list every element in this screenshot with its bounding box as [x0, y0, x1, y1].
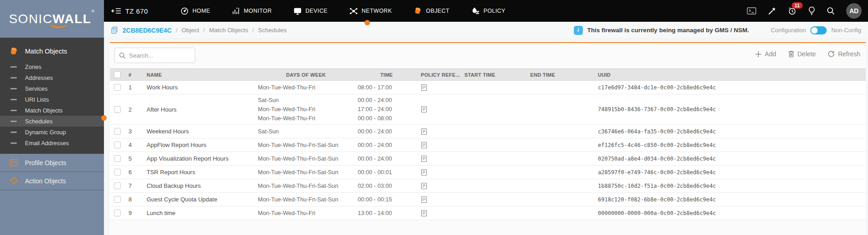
breadcrumb-segment-schedules[interactable]: Schedules [258, 27, 286, 34]
table-row[interactable]: 5 App Visualization Report Hours Mon-Tue… [110, 152, 866, 166]
column-header-end-time[interactable]: END TIME [527, 72, 592, 78]
notification-badge: 11 [792, 2, 803, 9]
user-avatar[interactable]: AD [846, 3, 862, 19]
schedule-uuid: 1b88750c-10d2-f51a-0c00-2cb8ed6c9e4c [592, 183, 866, 189]
schedule-time: 00:00 - 24:00 [354, 154, 415, 163]
delete-button[interactable]: Delete [788, 50, 816, 58]
schedule-days: Mon-Tue-Wed-Thu-Fri-Sat-Sun [254, 181, 354, 191]
policy-reference-icon[interactable] [421, 106, 427, 113]
nav-home[interactable]: HOME [181, 7, 210, 15]
nav-device[interactable]: DEVICE [294, 7, 328, 15]
column-header-name[interactable]: NAME [143, 72, 254, 78]
column-header-start-time[interactable]: START TIME [461, 72, 527, 78]
schedule-name: App Visualization Report Hours [143, 155, 254, 162]
table-row[interactable]: 2 After Hours Sat-SunMon-Tue-Wed-Thu-Fri… [110, 94, 866, 125]
schedule-uuid: 020750ad-a8e4-d034-0c00-2cb8ed6c9e4c [592, 156, 866, 162]
nav-policy[interactable]: POLICY [471, 7, 505, 15]
breadcrumb-separator: / [203, 27, 205, 34]
row-number: 4 [126, 142, 143, 148]
profile-card-icon [10, 159, 18, 166]
schedule-time: 00:00 - 24:00 [354, 141, 415, 150]
schedule-days: Mon-Tue-Wed-Thu-Fri-Sat-Sun [254, 141, 354, 150]
policy-reference-icon[interactable] [421, 155, 427, 162]
row-checkbox[interactable] [114, 128, 121, 135]
sidebar-item-uri-lists[interactable]: URI Lists [0, 94, 104, 105]
policy-reference-icon[interactable] [421, 196, 427, 203]
row-checkbox[interactable] [114, 196, 121, 203]
row-checkbox[interactable] [114, 84, 121, 91]
nav-object[interactable]: OBJECT [414, 7, 449, 15]
chart-bars-icon [232, 7, 240, 15]
configuration-mode-label: Configuration [771, 27, 806, 34]
add-button[interactable]: Add [755, 50, 776, 58]
sidebar-item-services[interactable]: Services [0, 83, 104, 94]
nav-monitor[interactable]: MONITOR [232, 7, 272, 15]
policy-reference-icon[interactable] [421, 210, 427, 217]
device-model-label[interactable]: TZ 670 [125, 7, 148, 15]
sidebar-item-zones[interactable]: Zones [0, 61, 104, 72]
sidebar-section-profile-objects[interactable]: Profile Objects [0, 154, 104, 172]
table-header: # NAME DAYS OF WEEK TIME POLICY REFE... … [110, 69, 866, 81]
wizard-button[interactable] [768, 7, 776, 15]
sidebar-item-addresses[interactable]: Addresses [0, 72, 104, 83]
schedule-uuid: a28597f0-e749-746c-0c00-2cb8ed6c9e4c [592, 169, 866, 176]
monitor-icon [294, 7, 301, 15]
banner-message: This firewall is currently being managed… [587, 27, 749, 34]
row-checkbox[interactable] [114, 169, 121, 176]
schedule-time: 00:00 - 24:0017:00 - 24:0000:00 - 08:00 [354, 96, 415, 123]
schedule-time: 02:00 - 03:00 [354, 181, 415, 191]
sidebar-item-match-objects[interactable]: Match Objects [0, 105, 104, 116]
breadcrumb-device[interactable]: 2CB8ED6C9E4C [123, 27, 172, 34]
tips-button[interactable] [808, 6, 815, 15]
column-header-policy-ref[interactable]: POLICY REFE... [415, 72, 461, 78]
row-number: 8 [126, 196, 143, 203]
policy-reference-icon[interactable] [421, 169, 427, 176]
schedule-uuid: c36746e6-064a-fa35-0c00-2cb8ed6c9e4c [592, 128, 866, 135]
nav-label: MONITOR [244, 8, 272, 14]
collapse-nav-button[interactable]: TZ 670 [111, 7, 148, 15]
policy-reference-icon[interactable] [421, 142, 427, 149]
row-checkbox[interactable] [114, 106, 121, 113]
schedule-name: Cloud Backup Hours [143, 182, 254, 189]
column-header-days[interactable]: DAYS OF WEEK [254, 72, 354, 78]
policy-reference-icon[interactable] [421, 182, 427, 190]
sidebar-item-email-addresses[interactable]: Email Addresses [0, 137, 104, 148]
nav-label: OBJECT [426, 8, 449, 14]
policy-reference-icon[interactable] [421, 128, 427, 135]
search-icon [827, 7, 835, 15]
notifications-button[interactable]: 11 [788, 6, 797, 15]
dash-icon [10, 77, 17, 78]
row-checkbox[interactable] [114, 155, 121, 162]
sidebar-item-label: Schedules [25, 118, 53, 125]
policy-reference-icon[interactable] [421, 84, 427, 91]
search-box[interactable] [114, 48, 195, 63]
sidebar-item-schedules[interactable]: Schedules [0, 116, 104, 127]
logo-area: SONICWALL® [0, 0, 104, 38]
breadcrumb-segment-match-objects[interactable]: Match Objects [209, 27, 248, 34]
table-row[interactable]: 6 TSR Report Hours Mon-Tue-Wed-Thu-Fri-S… [110, 166, 866, 179]
refresh-button[interactable]: Refresh [828, 50, 860, 58]
sidebar-item-dynamic-group[interactable]: Dynamic Group [0, 127, 104, 137]
row-number: 6 [126, 169, 143, 176]
sidebar-section-action-objects[interactable]: Action Objects [0, 172, 104, 190]
config-mode-toggle[interactable] [810, 26, 827, 34]
terminal-button[interactable] [747, 7, 756, 15]
table-row[interactable]: 8 Guest Cycle Quota Update Mon-Tue-Wed-T… [110, 193, 866, 206]
search-button[interactable] [827, 7, 835, 15]
row-checkbox[interactable] [114, 210, 121, 216]
table-row[interactable]: 7 Cloud Backup Hours Mon-Tue-Wed-Thu-Fri… [110, 179, 866, 193]
row-checkbox[interactable] [114, 142, 121, 148]
column-header-uuid[interactable]: UUID [592, 72, 866, 78]
column-header-time[interactable]: TIME [354, 72, 415, 78]
search-input[interactable] [129, 52, 188, 59]
breadcrumb-segment-object[interactable]: Object [182, 27, 199, 34]
column-header-num[interactable]: # [126, 72, 143, 78]
table-row[interactable]: 3 Weekend Hours Sat-Sun 00:00 - 24:00 c3… [110, 125, 866, 138]
select-all-checkbox[interactable] [114, 71, 121, 78]
table-row[interactable]: 4 AppFlow Report Hours Mon-Tue-Wed-Thu-F… [110, 138, 866, 152]
table-row[interactable]: 1 Work Hours Mon-Tue-Wed-Thu-Fri 08:00 -… [110, 81, 866, 94]
row-checkbox[interactable] [114, 182, 121, 189]
sidebar-item-label: URI Lists [25, 96, 49, 103]
table-row[interactable]: 9 Lunch time Mon-Tue-Wed-Thu-Fri 13:00 -… [110, 206, 866, 220]
nav-network[interactable]: NETWORK [350, 7, 392, 15]
